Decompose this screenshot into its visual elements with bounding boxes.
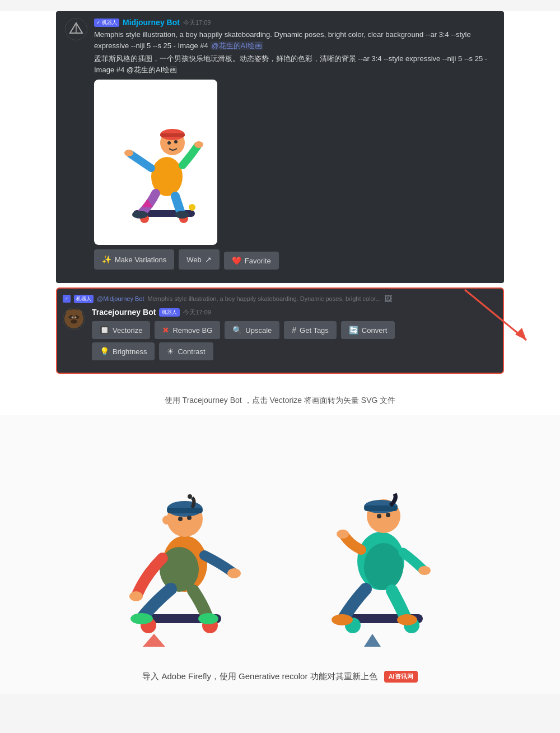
prompt-text-top: Memphis style illustration, a boy happil… xyxy=(94,29,495,51)
make-variations-button[interactable]: ✨ Make Variations xyxy=(94,249,174,270)
timestamp-second: 今天17:09 xyxy=(183,308,211,317)
mention-tag: @花生的AI绘画 xyxy=(210,41,263,50)
svg-point-10 xyxy=(174,140,178,143)
reference-bar: ✓ 机器人 @Midjourney Bot Memphis style illu… xyxy=(63,294,497,303)
message-header-top: ✓ 机器人 Midjourney Bot 今天17:09 xyxy=(94,18,495,27)
action-buttons-second-row2: 💡 Brightness ☀ Contrast xyxy=(92,342,497,360)
svg-marker-58 xyxy=(364,634,381,647)
brightness-icon: 💡 xyxy=(100,347,109,356)
svg-point-11 xyxy=(124,150,133,156)
favorite-button[interactable]: ❤️ Favorite xyxy=(224,252,279,270)
top-message-block: ✓ 机器人 Midjourney Bot 今天17:09 Memphis sty… xyxy=(56,11,504,283)
tags-icon: # xyxy=(292,326,296,335)
cn-text-top: 孟菲斯风格的插图，一个男孩快乐地玩滑板。动态姿势，鲜艳的色彩，清晰的背景 --a… xyxy=(94,53,495,75)
illustration-right xyxy=(291,438,465,651)
svg-point-37 xyxy=(187,516,192,520)
remove-bg-icon: ✖ xyxy=(162,326,169,335)
message-header-second: Tracejourney Bot 机器人 今天17:09 xyxy=(92,308,497,317)
skateboarder-image xyxy=(94,80,217,245)
svg-point-12 xyxy=(194,141,203,148)
web-button[interactable]: Web ↗ xyxy=(179,249,220,270)
svg-point-52 xyxy=(377,514,381,518)
message-row-second: Tracejourney Bot 机器人 今天17:09 🔲 Vectorize… xyxy=(63,308,497,360)
illustration-left xyxy=(95,438,269,651)
svg-point-42 xyxy=(198,613,218,624)
svg-point-41 xyxy=(130,613,153,624)
svg-marker-43 xyxy=(143,634,165,647)
timestamp-top: 今天17:09 xyxy=(183,18,211,27)
svg-rect-8 xyxy=(160,133,185,137)
discord-wrapper: ✓ 机器人 Midjourney Bot 今天17:09 Memphis sty… xyxy=(56,11,504,374)
heart-icon: ❤️ xyxy=(232,256,241,265)
footer-caption: 导入 Adobe Firefly，使用 Generative recolor 功… xyxy=(0,662,560,694)
ref-username: @Midjourney Bot xyxy=(97,295,144,302)
svg-point-54 xyxy=(337,530,349,539)
bottom-illustrations xyxy=(0,415,560,662)
variations-icon: ✨ xyxy=(102,255,111,264)
caption-bottom-text: 导入 Adobe Firefly，使用 Generative recolor 功… xyxy=(142,671,377,682)
svg-point-24 xyxy=(74,317,76,318)
verified-badge: ✓ 机器人 xyxy=(94,18,119,27)
ref-bot-icon: ✓ xyxy=(63,295,71,303)
svg-point-57 xyxy=(397,614,417,625)
svg-rect-34 xyxy=(167,508,203,513)
svg-point-23 xyxy=(72,317,73,318)
message-content-top: ✓ 机器人 Midjourney Bot 今天17:09 Memphis sty… xyxy=(94,18,495,270)
caption-top: 使用 Tracejourney Bot ，点击 Vectorize 将画面转为矢… xyxy=(0,385,560,415)
svg-point-15 xyxy=(189,204,195,211)
second-message-block: ✓ 机器人 @Midjourney Bot Memphis style illu… xyxy=(56,287,504,374)
photo-icon: 🖼 xyxy=(384,294,392,303)
username-tracejourney: Tracejourney Bot xyxy=(92,308,156,317)
avatar-tracejourney xyxy=(63,308,85,330)
svg-point-20 xyxy=(71,319,77,324)
contrast-button[interactable]: ☀ Contrast xyxy=(159,342,213,360)
external-link-icon: ↗ xyxy=(205,255,212,264)
svg-point-36 xyxy=(178,517,183,521)
svg-point-39 xyxy=(129,591,143,601)
svg-point-53 xyxy=(386,513,390,517)
convert-button[interactable]: 🔄 Convert xyxy=(341,321,395,339)
svg-point-13 xyxy=(132,211,148,219)
vectorize-button[interactable]: 🔲 Vectorize xyxy=(92,321,150,339)
svg-point-56 xyxy=(332,614,353,625)
svg-point-40 xyxy=(227,568,241,578)
svg-marker-26 xyxy=(515,328,526,340)
ref-robot-badge: 机器人 xyxy=(74,295,94,303)
action-buttons-top: ✨ Make Variations Web ↗ ❤️ Favorite xyxy=(94,249,495,270)
svg-point-14 xyxy=(175,211,189,219)
svg-point-48 xyxy=(364,543,403,590)
convert-icon: 🔄 xyxy=(349,326,358,335)
contrast-icon: ☀ xyxy=(167,347,174,356)
username-midjourney: Midjourney Bot xyxy=(123,18,180,27)
get-tags-button[interactable]: # Get Tags xyxy=(284,321,337,339)
upscale-icon: 🔍 xyxy=(232,326,242,335)
page-wrapper: ✓ 机器人 Midjourney Bot 今天17:09 Memphis sty… xyxy=(0,11,560,694)
upscale-button[interactable]: 🔍 Upscale xyxy=(225,321,279,339)
svg-point-9 xyxy=(167,141,171,145)
vectorize-icon: 🔲 xyxy=(100,326,109,335)
svg-point-35 xyxy=(188,494,192,499)
avatar-midjourney xyxy=(65,18,87,40)
robot-badge-second: 机器人 xyxy=(159,308,180,317)
svg-rect-51 xyxy=(364,505,398,511)
action-buttons-second: 🔲 Vectorize ✖ Remove BG 🔍 Upscale # xyxy=(92,321,497,339)
watermark-badge: AI资讯网 xyxy=(384,671,418,683)
ref-prompt-text: Memphis style illustration, a boy happil… xyxy=(148,295,381,302)
message-row-top: ✓ 机器人 Midjourney Bot 今天17:09 Memphis sty… xyxy=(65,18,495,270)
remove-bg-button[interactable]: ✖ Remove BG xyxy=(155,321,220,339)
message-content-second: Tracejourney Bot 机器人 今天17:09 🔲 Vectorize… xyxy=(92,308,497,360)
svg-point-55 xyxy=(418,566,431,575)
svg-point-38 xyxy=(162,516,171,525)
brightness-button[interactable]: 💡 Brightness xyxy=(92,342,155,360)
